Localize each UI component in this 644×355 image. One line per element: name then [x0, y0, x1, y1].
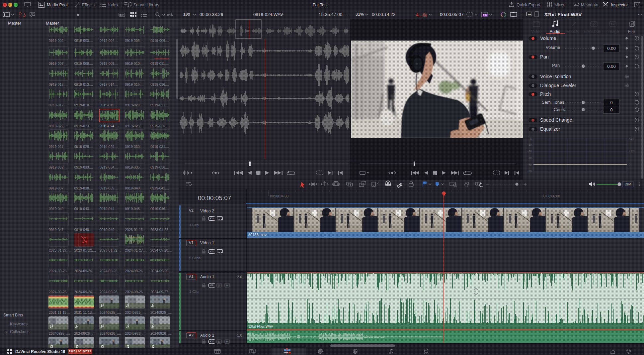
svg-text:DIM: DIM	[624, 182, 631, 186]
svg-text:+24: +24	[629, 137, 634, 140]
svg-text:PXY: PXY	[483, 14, 488, 16]
svg-text:00:00:06:00: 00:00:06:00	[542, 194, 560, 198]
svg-text:-40: -40	[527, 163, 532, 166]
svg-text:32bit Float.WAV: 32bit Float.WAV	[248, 324, 273, 328]
svg-text:+12: +12	[629, 150, 634, 153]
svg-text:0: 0	[530, 137, 532, 140]
svg-text:0: 0	[629, 163, 630, 166]
svg-text:-30: -30	[527, 156, 532, 160]
svg-text:-10: -10	[527, 143, 532, 146]
svg-text:-20: -20	[527, 150, 532, 153]
svg-text:-50: -50	[527, 170, 532, 173]
svg-text:00:00:04:00: 00:00:04:00	[270, 194, 289, 198]
